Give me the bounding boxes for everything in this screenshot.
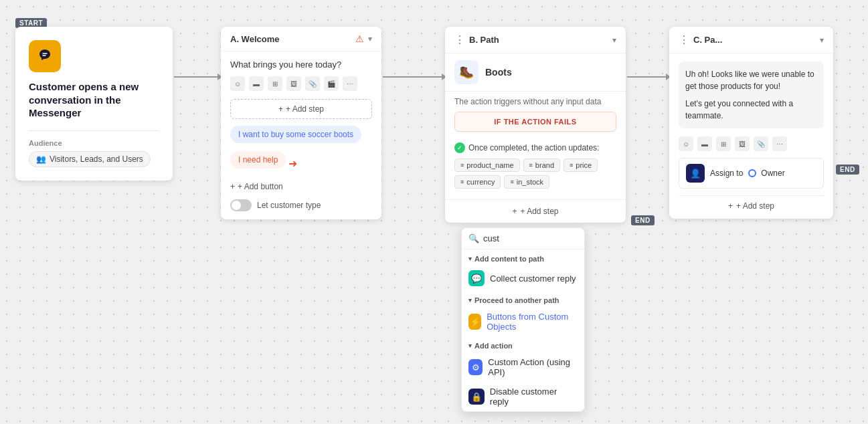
custom-objects-icon: ⚡ [468,314,481,330]
start-card-icon [29,40,61,72]
welcome-card-header: A. Welcome ⚠ ▾ [221,27,381,51]
people-icon: 👥 [36,154,46,164]
audience-badge[interactable]: 👥 Visitors, Leads, and Users [29,151,151,167]
disable-customer-reply-item[interactable]: 🔒 Disable customer reply [462,382,584,411]
custom-action-label: Custom Action (using API) [488,357,578,377]
search-input[interactable] [483,233,578,243]
toolbar-icon-7[interactable]: ⋯ [343,76,357,91]
toolbar-icon-5[interactable]: 📎 [305,76,320,91]
plus-icon: + [278,104,283,114]
tag-chip-instock: ≡ in_stock [504,175,549,189]
plus-icon-btn: + [230,182,235,191]
disable-reply-label: Disable customer reply [490,387,578,407]
add-button-row[interactable]: + + Add button [230,182,372,191]
quick-reply-1[interactable]: I want to buy some soccer boots [230,126,361,143]
c-chevron-icon[interactable]: ▾ [820,35,824,45]
c-toolbar-5[interactable]: 📎 [754,136,768,151]
c-card-body: Uh oh! Looks like we were unable to get … [669,54,833,219]
audience-value: Visitors, Leads, and Users [50,154,143,164]
path-card: ⋮ B. Path ▾ 🥾 Boots The action triggers … [445,27,626,223]
action-info: The action triggers without any input da… [454,97,616,106]
section-add-content: ▾ Add content to path [462,249,584,266]
toolbar-icon-4[interactable]: 🖼 [286,76,301,91]
tag-chip-product: ≡ product_name [454,158,520,172]
buttons-custom-objects-item[interactable]: ⚡ Buttons from Custom Objects [462,307,584,336]
welcome-card-title: A. Welcome [230,34,279,44]
c-toolbar-6[interactable]: ⋯ [772,136,787,151]
toolbar-icon-6[interactable]: 🎬 [324,76,339,91]
add-step-label: + Add step [286,104,324,114]
custom-action-api-item[interactable]: ⚙ Custom Action (using API) [462,352,584,382]
add-button-label: + Add button [238,182,283,191]
section-proceed: ▾ Proceed to another path [462,291,584,307]
path-chevron-icon[interactable]: ▾ [612,35,616,45]
check-circle-icon: ✓ [454,142,465,153]
assign-row[interactable]: 👤 Assign to Owner [679,158,824,189]
c-card-title: C. Pa... [693,35,722,45]
start-card: Customer opens a new conversation in the… [15,27,173,181]
welcome-message: What brings you here today? [230,60,372,70]
path-card-title: B. Path [469,35,499,45]
section-add-action: ▾ Add action [462,336,584,352]
tag-icon-3: ≡ [570,162,573,169]
c-toolbar-3[interactable]: ⊞ [716,136,731,151]
welcome-card-body: What brings you here today? ☺ ▬ ⊞ 🖼 📎 🎬 … [221,51,381,219]
chevron-down-icon[interactable]: ▾ [368,34,372,43]
boots-label: Boots [485,67,512,78]
search-icon: 🔍 [468,233,479,243]
let-customer-type-toggle[interactable] [230,199,252,211]
toolbar-icon-1[interactable]: ☺ [230,76,245,91]
welcome-header-actions: ⚠ ▾ [355,33,372,44]
disable-reply-icon: 🔒 [468,389,485,405]
completed-section: ✓ Once completed, the action updates: ≡ … [445,137,626,199]
c-message-bubble: Uh oh! Looks like we were unable to get … [679,62,824,128]
assign-value: Owner [761,169,784,178]
path-add-step[interactable]: + + Add step [445,199,626,223]
assign-icon: 👤 [686,164,705,183]
collect-customer-reply-item[interactable]: 💬 Collect customer reply [462,266,584,291]
let-customer-type-label: Let customer type [257,201,321,210]
custom-action-icon: ⚙ [468,359,483,375]
assign-text: Assign to Owner [710,169,785,178]
tag-chips: ≡ product_name ≡ brand ≡ price ≡ currenc… [454,158,616,189]
welcome-card: A. Welcome ⚠ ▾ What brings you here toda… [221,27,381,219]
assign-label: Assign to [710,169,743,178]
tag-icon: ≡ [460,162,464,169]
boots-icon: 🥾 [454,60,479,84]
section-proceed-label: Proceed to another path [474,296,559,304]
caret-icon-3: ▾ [468,342,472,349]
c-toolbar-1[interactable]: ☺ [679,136,693,151]
audience-label: Audience [29,139,159,147]
path-add-step-label: + Add step [520,207,558,216]
quick-reply-2[interactable]: I need help [230,151,286,169]
toolbar-icon-2[interactable]: ▬ [249,76,264,91]
c-add-step[interactable]: + + Add step [679,195,824,211]
tag-chip-currency: ≡ currency [454,175,501,189]
toolbar-icons: ☺ ▬ ⊞ 🖼 📎 🎬 ⋯ [230,76,372,91]
end-badge-main: END [836,163,859,175]
toolbar-icon-3[interactable]: ⊞ [268,76,282,91]
caret-icon-1: ▾ [468,255,472,262]
add-step-button[interactable]: + + Add step [230,99,372,119]
dots-menu[interactable]: ⋮ [454,33,465,46]
path-card-header: ⋮ B. Path ▾ [445,27,626,54]
toggle-row: Let customer type [230,199,372,211]
search-dropdown: 🔍 ▾ Add content to path 💬 Collect custom… [461,227,585,412]
search-input-row: 🔍 [462,228,584,249]
tag-chip-price: ≡ price [563,158,598,172]
c-card-header: ⋮ C. Pa... ▾ [669,27,833,54]
c-toolbar-2[interactable]: ▬ [697,136,712,151]
completed-text: Once completed, the action updates: [468,143,599,152]
arrow-right-icon: ➜ [288,157,297,170]
warning-icon: ⚠ [355,33,364,44]
plus-icon-c: + [728,201,733,211]
tag-chip-brand: ≡ brand [523,158,560,172]
completed-label: ✓ Once completed, the action updates: [454,142,616,153]
c-message-2: Let's get you connected with a teammate. [685,98,817,122]
c-card: ⋮ C. Pa... ▾ Uh oh! Looks like we were u… [669,27,833,219]
c-toolbar-4[interactable]: 🖼 [735,136,750,151]
tag-icon-2: ≡ [529,162,533,169]
tag-icon-5: ≡ [510,179,513,185]
caret-icon-2: ▾ [468,297,472,304]
c-dots-menu[interactable]: ⋮ [679,33,689,46]
